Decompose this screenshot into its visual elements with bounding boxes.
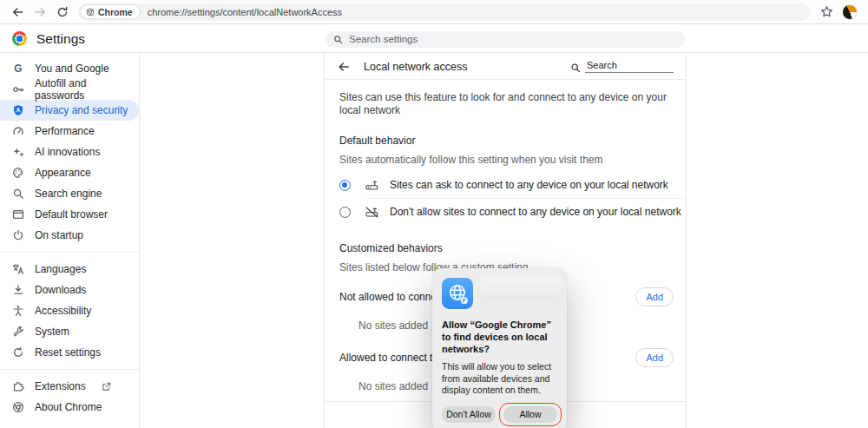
sidebar-item-on-startup[interactable]: On startup xyxy=(0,225,139,246)
sidebar-item-label: Performance xyxy=(35,125,95,137)
browser-toolbar: Chrome chrome://settings/content/localNe… xyxy=(0,0,868,24)
sidebar-divider xyxy=(139,54,140,428)
router-off-icon xyxy=(365,207,378,218)
search-icon xyxy=(570,63,581,73)
sidebar-item-accessibility[interactable]: Accessibility xyxy=(0,300,139,321)
sidebar-item-appearance[interactable]: Appearance xyxy=(0,162,139,183)
allow-button[interactable]: Allow xyxy=(503,406,557,423)
sidebar-section-divider xyxy=(0,252,139,253)
palette-icon xyxy=(11,167,25,179)
sidebar-item-label: Appearance xyxy=(35,167,91,179)
sidebar-item-privacy-and-security[interactable]: Privacy and security xyxy=(0,100,139,121)
search-icon xyxy=(333,35,343,44)
radio-option-label: Sites can ask to connect to any device o… xyxy=(390,179,668,191)
panel-search[interactable]: Search xyxy=(570,60,674,73)
radio-option-dont-allow[interactable]: Don't allow sites to connect to any devi… xyxy=(325,199,686,225)
section-description: Sites automatically follow this setting … xyxy=(339,154,672,166)
settings-search-input[interactable] xyxy=(349,34,609,44)
forward-icon[interactable] xyxy=(33,5,47,19)
sidebar-item-label: Reset settings xyxy=(35,346,101,359)
translate-icon xyxy=(11,263,25,275)
sidebar-item-label: System xyxy=(35,326,69,338)
sidebar-nav: G You and Google Autofill and passwords … xyxy=(0,54,139,418)
bookmark-star-icon[interactable] xyxy=(819,5,833,19)
dialog-title: Allow “Google Chrome” to find devices on… xyxy=(442,319,557,355)
sidebar-item-you-and-google[interactable]: G You and Google xyxy=(0,58,139,79)
sparkle-icon xyxy=(11,146,25,158)
settings-search[interactable] xyxy=(326,31,685,48)
feature-description: Sites can use this feature to look for a… xyxy=(325,80,686,117)
sidebar-item-label: Accessibility xyxy=(35,305,91,317)
browser-window-icon xyxy=(11,208,25,221)
external-link-icon xyxy=(102,382,111,392)
accessibility-icon xyxy=(11,305,25,317)
dialog-body: This will allow you to select from avail… xyxy=(442,361,557,397)
radio-option-ask[interactable]: Sites can ask to connect to any device o… xyxy=(325,172,686,198)
panel-header: Local network access Search xyxy=(325,54,686,80)
page-title: Settings xyxy=(36,31,85,47)
sidebar-item-extensions[interactable]: Extensions xyxy=(0,376,139,397)
sidebar-item-languages[interactable]: Languages xyxy=(0,259,139,280)
profile-avatar[interactable] xyxy=(842,4,858,20)
sidebar-item-label: Privacy and security xyxy=(35,104,128,116)
chrome-icon xyxy=(11,401,25,413)
sidebar-item-search-engine[interactable]: Search engine xyxy=(0,183,139,204)
settings-body: G You and Google Autofill and passwords … xyxy=(0,54,868,428)
section-title-default-behavior: Default behavior xyxy=(339,135,672,147)
shield-icon xyxy=(11,104,25,116)
back-icon[interactable] xyxy=(10,5,24,19)
sidebar-item-label: Autofill and passwords xyxy=(35,77,139,102)
router-icon xyxy=(365,180,378,191)
sidebar-item-label: Extensions xyxy=(35,380,86,392)
radio-selected-icon[interactable] xyxy=(339,180,351,191)
sidebar-item-ai-innovations[interactable]: AI innovations xyxy=(0,142,139,162)
sidebar-section-divider xyxy=(0,369,139,370)
chrome-logo-icon xyxy=(12,31,27,46)
address-bar[interactable]: Chrome chrome://settings/content/localNe… xyxy=(78,3,811,21)
download-icon xyxy=(11,284,25,296)
add-allowed-button[interactable]: Add xyxy=(635,348,674,367)
g-icon: G xyxy=(11,63,25,75)
sidebar-item-label: AI innovations xyxy=(35,146,100,158)
sidebar-item-label: Default browser xyxy=(35,208,108,221)
chrome-page-chip[interactable]: Chrome xyxy=(81,5,140,18)
section-title-customized-behaviors: Customized behaviors xyxy=(339,242,672,254)
radio-option-label: Don't allow sites to connect to any devi… xyxy=(390,206,681,218)
power-icon xyxy=(11,229,25,241)
macos-permission-dialog: Allow “Google Chrome” to find devices on… xyxy=(432,268,567,428)
sidebar-item-about-chrome[interactable]: About Chrome xyxy=(0,397,139,418)
sidebar-item-label: You and Google xyxy=(35,63,109,75)
sidebar-item-reset-settings[interactable]: Reset settings xyxy=(0,342,139,363)
blurred-region xyxy=(481,277,561,300)
puzzle-icon xyxy=(11,380,25,392)
sidebar-item-default-browser[interactable]: Default browser xyxy=(0,204,139,225)
reload-icon[interactable] xyxy=(56,5,69,19)
sidebar-item-label: Search engine xyxy=(35,188,102,200)
sidebar-item-downloads[interactable]: Downloads xyxy=(0,280,139,300)
magnifier-icon xyxy=(11,188,25,200)
svg-text:G: G xyxy=(14,63,22,75)
panel-search-label[interactable]: Search xyxy=(585,60,674,73)
key-icon xyxy=(11,83,25,95)
chrome-favicon-icon xyxy=(86,8,95,16)
sidebar-item-performance[interactable]: Performance xyxy=(0,121,139,142)
sidebar-item-system[interactable]: System xyxy=(0,321,139,342)
settings-header: Settings xyxy=(0,25,868,53)
sidebar-item-label: On startup xyxy=(35,229,83,241)
sidebar-item-label: Downloads xyxy=(35,284,86,296)
allow-annotation-highlight xyxy=(499,403,562,426)
sidebar-item-label: About Chrome xyxy=(35,401,102,413)
local-network-globe-icon xyxy=(442,278,473,309)
dont-allow-button[interactable]: Don't Allow xyxy=(442,406,496,423)
panel-title: Local network access xyxy=(364,61,468,73)
url-text[interactable]: chrome://settings/content/localNetworkAc… xyxy=(148,7,342,17)
add-not-allowed-button[interactable]: Add xyxy=(635,287,674,306)
speedometer-icon xyxy=(11,125,25,137)
sidebar-item-label: Languages xyxy=(35,263,86,275)
sidebar-item-autofill[interactable]: Autofill and passwords xyxy=(0,79,139,100)
radio-unselected-icon[interactable] xyxy=(339,207,351,218)
reset-icon xyxy=(11,346,25,359)
browser-window: Chrome chrome://settings/content/localNe… xyxy=(0,0,868,428)
chip-label: Chrome xyxy=(98,7,133,17)
back-arrow-icon[interactable] xyxy=(335,58,352,76)
